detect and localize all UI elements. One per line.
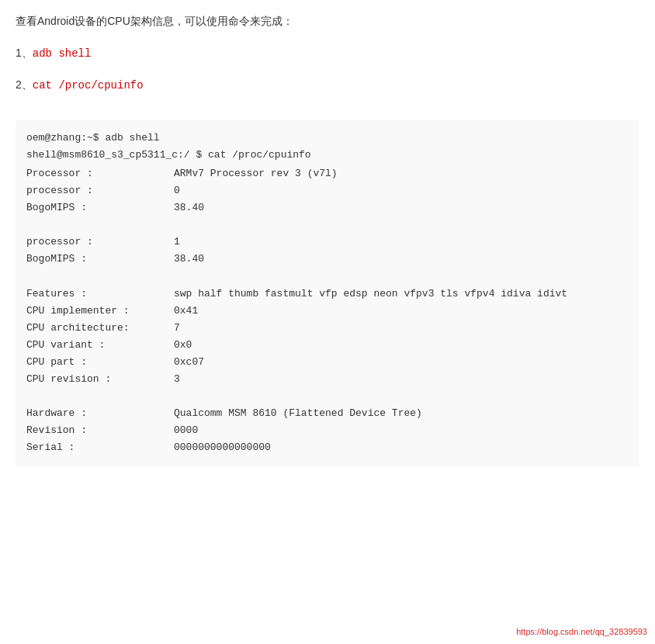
- terminal-value: 38.40: [174, 199, 204, 216]
- terminal-row: CPU variant : 0x0: [26, 337, 629, 354]
- watermark: https://blog.csdn.net/qq_32839593: [516, 627, 647, 636]
- terminal-row: [26, 388, 629, 405]
- terminal-key: Hardware :: [26, 405, 174, 422]
- terminal-value: 0x41: [174, 303, 198, 320]
- step-1: 1、adb shell: [16, 43, 639, 64]
- terminal-key: CPU architecture:: [26, 320, 174, 337]
- terminal-row: CPU revision : 3: [26, 371, 629, 388]
- terminal-row: [26, 268, 629, 286]
- terminal-value: 0000000000000000: [174, 439, 271, 456]
- terminal-value: 0: [174, 182, 180, 199]
- step-2-command: cat /proc/cpuinfo: [33, 79, 144, 92]
- terminal-value: swp half thumb fastmult vfp edsp neon vf…: [174, 286, 567, 303]
- terminal-row: processor : 0: [26, 182, 629, 199]
- terminal-value: 3: [174, 371, 180, 388]
- terminal-value: 0xc07: [174, 354, 204, 371]
- terminal-value: Qualcomm MSM 8610 (Flattened Device Tree…: [174, 405, 422, 422]
- terminal-row: BogoMIPS : 38.40: [26, 199, 629, 216]
- terminal-key: processor :: [26, 234, 174, 251]
- terminal-row: CPU part : 0xc07: [26, 354, 629, 371]
- terminal-row: Hardware : Qualcomm MSM 8610 (Flattened …: [26, 405, 629, 422]
- terminal-row: [26, 216, 629, 234]
- terminal-value: 0x0: [174, 337, 192, 354]
- terminal-key: CPU part :: [26, 354, 174, 371]
- step-1-sep: 、: [22, 47, 33, 59]
- terminal-key: Features :: [26, 286, 174, 303]
- terminal-value: ARMv7 Processor rev 3 (v7l): [174, 165, 338, 182]
- terminal-value: 38.40: [174, 251, 204, 268]
- step-2-number: 2: [16, 78, 22, 91]
- terminal-value: 1: [174, 234, 180, 251]
- terminal-row: BogoMIPS : 38.40: [26, 251, 629, 268]
- intro-text: 查看Android设备的CPU架构信息，可以使用命令来完成：: [16, 12, 639, 29]
- terminal-row: processor : 1: [26, 234, 629, 251]
- terminal-key: BogoMIPS :: [26, 199, 174, 216]
- terminal-row: Processor : ARMv7 Processor rev 3 (v7l): [26, 165, 629, 182]
- terminal-key: Revision :: [26, 422, 174, 439]
- terminal-line-1: oem@zhang:~$ adb shell: [26, 130, 629, 147]
- terminal-row: Serial : 0000000000000000: [26, 439, 629, 456]
- step-1-number: 1: [16, 47, 22, 59]
- terminal-row: CPU implementer : 0x41: [26, 303, 629, 320]
- step-1-command: adb shell: [33, 47, 92, 60]
- step-2-sep: 、: [22, 78, 33, 91]
- terminal-key: CPU revision :: [26, 371, 174, 388]
- terminal-block: oem@zhang:~$ adb shell shell@msm8610_s3_…: [16, 120, 639, 466]
- terminal-key: CPU implementer :: [26, 303, 174, 320]
- terminal-key: CPU variant :: [26, 337, 174, 354]
- terminal-key: Processor :: [26, 165, 174, 182]
- terminal-value: 0000: [174, 422, 198, 439]
- terminal-line-2: shell@msm8610_s3_cp5311_c:/ $ cat /proc/…: [26, 147, 629, 164]
- terminal-row: Features : swp half thumb fastmult vfp e…: [26, 286, 629, 303]
- terminal-key: BogoMIPS :: [26, 251, 174, 268]
- step-2: 2、cat /proc/cpuinfo: [16, 75, 639, 95]
- terminal-key: Serial :: [26, 439, 174, 456]
- terminal-info-table: Processor : ARMv7 Processor rev 3 (v7l)p…: [26, 165, 629, 457]
- terminal-value: 7: [174, 320, 180, 337]
- terminal-row: Revision : 0000: [26, 422, 629, 439]
- terminal-key: processor :: [26, 182, 174, 199]
- terminal-row: CPU architecture: 7: [26, 320, 629, 337]
